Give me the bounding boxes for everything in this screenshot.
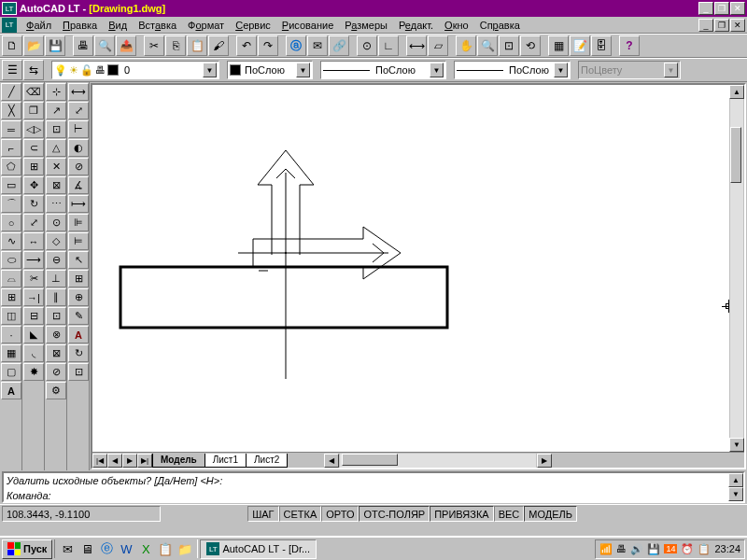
menu-edit[interactable]: Правка	[57, 18, 103, 33]
scroll-down-icon[interactable]: ▼	[729, 438, 744, 452]
menu-file[interactable]: Файл	[21, 18, 57, 33]
break-icon[interactable]: ⊟	[23, 307, 44, 325]
snap-nearest-icon[interactable]: ⊠	[46, 344, 66, 362]
dimaligned-icon[interactable]: ⤢	[68, 102, 89, 119]
save-icon[interactable]: 💾	[45, 35, 65, 56]
mdi-close[interactable]: ✕	[730, 19, 745, 32]
xline-icon[interactable]: ╳	[1, 102, 21, 119]
snap-midpoint-icon[interactable]: △	[46, 139, 66, 157]
dimordinate-icon[interactable]: ⊢	[68, 120, 89, 138]
scroll-left-icon[interactable]: ◀	[324, 454, 339, 468]
snapfrom-icon[interactable]: ⊙	[357, 35, 377, 56]
lengthen-icon[interactable]: ⟶	[23, 251, 44, 269]
start-button[interactable]: Пуск	[2, 539, 52, 559]
status-ortho[interactable]: ОРТО	[321, 506, 359, 522]
tempsnap-icon[interactable]: ⊹	[46, 83, 66, 101]
explode-icon[interactable]: ✸	[23, 363, 44, 381]
ql-ie-icon[interactable]: ⓔ	[97, 539, 116, 558]
tray-calendar-icon[interactable]: 14	[664, 544, 677, 553]
snap-center-icon[interactable]: ⊙	[46, 214, 66, 231]
extend-icon[interactable]: →|	[23, 288, 44, 306]
dropdown-icon[interactable]: ▼	[296, 63, 310, 77]
preview-icon[interactable]: 🔍	[94, 35, 115, 56]
cut-icon[interactable]: ✂	[144, 35, 164, 56]
designctr-icon[interactable]: ▦	[548, 35, 569, 56]
ql-desktop-icon[interactable]: 🖥	[78, 539, 96, 558]
move-icon[interactable]: ✥	[23, 176, 44, 194]
osnap-settings-icon[interactable]: ⚙	[46, 382, 66, 399]
snap-from-icon[interactable]: ↗	[46, 102, 66, 119]
tab-first-icon[interactable]: |◀	[92, 454, 107, 468]
snap-extension-icon[interactable]: ⋯	[46, 195, 66, 213]
menu-window[interactable]: Окно	[439, 18, 474, 33]
qdim-icon[interactable]: ⟼	[68, 195, 89, 213]
tab-model[interactable]: Модель	[152, 454, 205, 468]
dimbaseline-icon[interactable]: ⊫	[68, 214, 89, 231]
zoomwin-icon[interactable]: ⊡	[499, 35, 519, 56]
stretch-icon[interactable]: ↔	[23, 232, 44, 250]
system-tray[interactable]: 📶 🖶 🔊 💾 14 ⏰ 📋 23:24	[595, 539, 745, 559]
mdi-minimize[interactable]: _	[698, 19, 713, 32]
pan-icon[interactable]: ✋	[456, 35, 476, 56]
polygon-icon[interactable]: ⬠	[1, 158, 21, 175]
ellipsearc-icon[interactable]: ⌓	[1, 270, 21, 287]
status-snap[interactable]: ШАГ	[247, 506, 278, 522]
snap-tangent-icon[interactable]: ⊖	[46, 251, 66, 269]
spline-icon[interactable]: ∿	[1, 232, 21, 250]
menu-modify[interactable]: Редакт.	[393, 18, 439, 33]
dimtedit-icon[interactable]: A	[68, 326, 89, 343]
menu-service[interactable]: Сервис	[230, 18, 276, 33]
erase-icon[interactable]: ⌫	[23, 83, 44, 101]
today-icon[interactable]: ⓐ	[286, 35, 306, 56]
ellipse-icon[interactable]: ⬭	[1, 251, 21, 269]
dropdown-icon[interactable]: ▼	[203, 63, 217, 77]
pline-icon[interactable]: ⌐	[1, 139, 21, 157]
close-button[interactable]: ✕	[730, 2, 745, 15]
coords-readout[interactable]: 108.3443, -9.1100	[2, 506, 161, 522]
dimlinear-icon[interactable]: ⟷	[68, 83, 89, 101]
status-polar[interactable]: ОТС-ПОЛЯР	[359, 506, 430, 522]
ql-outlook-icon[interactable]: ✉	[58, 539, 77, 558]
color-combo[interactable]: ПоСлою ▼	[227, 61, 313, 79]
task-autocad[interactable]: LT AutoCAD LT - [Dr...	[200, 539, 317, 559]
snap-none-icon[interactable]: ⊘	[46, 363, 66, 381]
region-icon[interactable]: ▢	[1, 363, 21, 381]
circle-icon[interactable]: ○	[1, 214, 21, 231]
publish-icon[interactable]: 📤	[116, 35, 136, 56]
dbconnect-icon[interactable]: 🗄	[591, 35, 612, 56]
tray-icon[interactable]: 📶	[599, 543, 613, 555]
dimangular-icon[interactable]: ∡	[68, 176, 89, 194]
chamfer-icon[interactable]: ◣	[23, 326, 44, 343]
dimcenter-icon[interactable]: ⊕	[68, 288, 89, 306]
new-icon[interactable]: 🗋	[2, 35, 22, 56]
tab-sheet1[interactable]: Лист1	[204, 454, 247, 468]
lineweight-combo[interactable]: ПоСлою ▼	[454, 61, 571, 79]
command-text[interactable]: Удалить исходные объекты? [Да/Нет] <Н>: …	[4, 473, 728, 501]
dropdown-icon[interactable]: ▼	[430, 63, 444, 77]
tab-sheet2[interactable]: Лист2	[246, 454, 288, 468]
minimize-button[interactable]: _	[698, 2, 713, 15]
scale-icon[interactable]: ⤢	[23, 214, 44, 231]
dimedit-icon[interactable]: ✎	[68, 307, 89, 325]
match-icon[interactable]: 🖌	[208, 35, 229, 56]
maximize-button[interactable]: ❐	[714, 2, 729, 15]
text-icon[interactable]: A	[1, 382, 21, 399]
tray-icon[interactable]: 🔊	[630, 543, 643, 555]
menu-format[interactable]: Формат	[182, 18, 230, 33]
tray-icon[interactable]: 💾	[647, 543, 660, 555]
scroll-right-icon[interactable]: ▶	[537, 454, 552, 468]
ql-excel-icon[interactable]: X	[136, 539, 155, 558]
menu-help[interactable]: Справка	[474, 18, 526, 33]
snap-endpoint-icon[interactable]: ⊡	[46, 120, 66, 138]
tray-icon[interactable]: ⏰	[681, 543, 694, 555]
hatch-icon[interactable]: ▦	[1, 344, 21, 362]
rotate-icon[interactable]: ↻	[23, 195, 44, 213]
layer-manager-icon[interactable]: ☰	[2, 60, 22, 80]
dimstyle-icon[interactable]: ⊡	[68, 363, 89, 381]
menu-view[interactable]: Вид	[103, 18, 133, 33]
fillet-icon[interactable]: ◟	[23, 344, 44, 362]
tab-last-icon[interactable]: ▶|	[137, 454, 152, 468]
etransmit-icon[interactable]: ✉	[307, 35, 328, 56]
dimupdate-icon[interactable]: ↻	[68, 344, 89, 362]
tolerance-icon[interactable]: ⊞	[68, 270, 89, 287]
